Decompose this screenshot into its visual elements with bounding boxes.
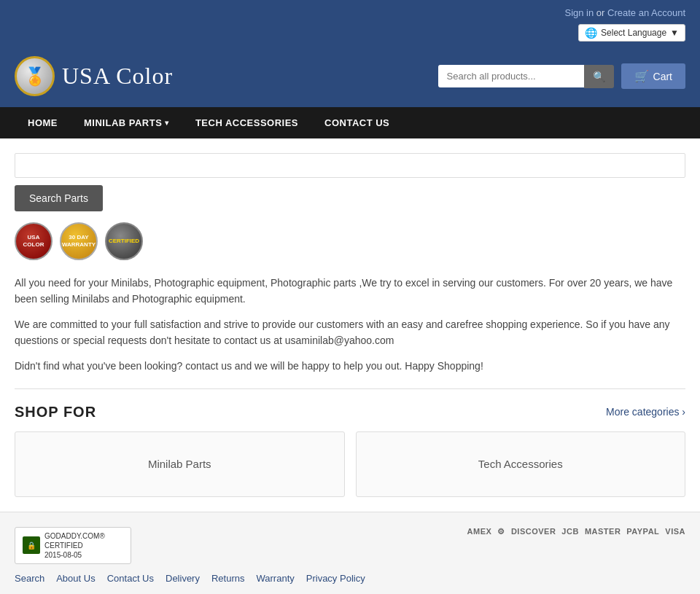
payment-amex: AMEX <box>467 527 492 536</box>
footer-link-search[interactable]: Search <box>15 573 44 584</box>
search-box: 🔍 <box>438 65 614 88</box>
search-input[interactable] <box>438 65 584 87</box>
description-para1: All you need for your Minilabs, Photogra… <box>15 275 685 308</box>
nav-item-minilab-parts[interactable]: MINILAB PARTS ▾ <box>71 107 182 138</box>
logo-symbol: 🏅 <box>24 66 46 87</box>
language-label: Select Language <box>601 28 666 38</box>
footer-links: Search About Us Contact Us Delivery Retu… <box>15 573 365 584</box>
payment-master: MASTER <box>585 527 621 536</box>
top-bar: Sign in or Create an Account 🌐 Select La… <box>0 0 700 49</box>
footer-left: 🔒 GODADDY.COM® CERTIFIED 2015-08-05 Sear… <box>15 527 365 584</box>
footer-link-warranty[interactable]: Warranty <box>257 573 295 584</box>
more-categories-link[interactable]: More categories › <box>606 406 685 418</box>
badge-red: USACOLOR <box>15 222 52 260</box>
payment-discover: DISCOVER <box>511 527 556 536</box>
payment-icons: AMEX ⚙ DISCOVER JCB MASTER PayPal VISA <box>467 527 685 536</box>
or-text: or <box>596 7 605 18</box>
shop-cards: Minilab Parts Tech Accessories <box>15 431 685 497</box>
godaddy-line1: GODADDY.COM® <box>44 532 105 540</box>
cart-label: Cart <box>653 71 672 82</box>
search-parts-button[interactable]: Search Parts <box>15 185 103 211</box>
parts-search-input[interactable] <box>15 153 685 178</box>
godaddy-badge: 🔒 GODADDY.COM® CERTIFIED 2015-08-05 <box>15 527 131 564</box>
godaddy-text: GODADDY.COM® CERTIFIED 2015-08-05 <box>44 531 105 560</box>
godaddy-line2: CERTIFIED <box>44 542 83 550</box>
cart-button[interactable]: 🛒 Cart <box>621 63 685 89</box>
shop-card-minilab-label: Minilab Parts <box>148 458 211 470</box>
badge-gold: 30 DAYWARRANTY <box>60 222 98 260</box>
cart-icon: 🛒 <box>634 69 649 83</box>
payment-visa: VISA <box>665 527 685 536</box>
shop-for-header: SHOP FOR More categories › <box>15 404 685 421</box>
payment-jcb: JCB <box>561 527 579 536</box>
badge-dark: CERTIFIED <box>105 222 143 260</box>
nav-item-tech-accessories[interactable]: TECH ACCESSORIES <box>182 107 311 138</box>
top-auth: Sign in or Create an Account <box>564 7 685 18</box>
footer-link-returns[interactable]: Returns <box>211 573 245 584</box>
footer-top: 🔒 GODADDY.COM® CERTIFIED 2015-08-05 Sear… <box>15 527 685 584</box>
divider <box>15 388 685 389</box>
create-account-link[interactable]: Create an Account <box>607 7 685 18</box>
payment-cb: ⚙ <box>497 527 505 536</box>
main-content: Search Parts USACOLOR 30 DAYWARRANTY CER… <box>0 138 700 512</box>
description-para3: Didn't find what you've been looking? co… <box>15 358 685 374</box>
shop-card-tech-label: Tech Accessories <box>478 458 563 470</box>
nav-item-home[interactable]: HOME <box>15 107 71 138</box>
badge-dark-content: CERTIFIED <box>109 238 139 245</box>
footer-link-contact[interactable]: Contact Us <box>107 573 154 584</box>
logo-area: 🏅 USA Color <box>15 56 173 96</box>
shop-card-minilab-parts[interactable]: Minilab Parts <box>15 431 345 497</box>
footer-link-about[interactable]: About Us <box>56 573 95 584</box>
language-arrow: ▼ <box>670 28 679 38</box>
top-bar-right: Sign in or Create an Account 🌐 Select La… <box>564 7 685 42</box>
header-right: 🔍 🛒 Cart <box>438 63 685 89</box>
logo-icon: 🏅 <box>15 56 55 96</box>
nav-item-contact-us[interactable]: CONTACT US <box>311 107 402 138</box>
nav-bar: HOME MINILAB PARTS ▾ TECH ACCESSORIES CO… <box>0 107 700 138</box>
footer-right: AMEX ⚙ DISCOVER JCB MASTER PayPal VISA <box>467 527 685 536</box>
logo-text: USA Color <box>62 63 173 90</box>
godaddy-icon: 🔒 <box>23 536 40 554</box>
badge-red-content: USACOLOR <box>23 234 44 248</box>
header-main: 🏅 USA Color 🔍 🛒 Cart <box>0 49 700 107</box>
flag-icon: 🌐 <box>585 27 597 39</box>
godaddy-date: 2015-08-05 <box>44 551 82 559</box>
footer-link-privacy[interactable]: Privacy Policy <box>306 573 365 584</box>
shop-for-title: SHOP FOR <box>15 404 96 421</box>
shop-card-tech-accessories[interactable]: Tech Accessories <box>356 431 686 497</box>
badges-row: USACOLOR 30 DAYWARRANTY CERTIFIED <box>15 222 685 260</box>
signin-link[interactable]: Sign in <box>564 7 594 18</box>
dropdown-arrow: ▾ <box>165 119 169 127</box>
language-selector[interactable]: 🌐 Select Language ▼ <box>578 24 685 42</box>
search-button[interactable]: 🔍 <box>584 65 614 88</box>
description-para2: We are committed to your full satisfacti… <box>15 316 685 349</box>
footer-link-delivery[interactable]: Delivery <box>166 573 200 584</box>
footer: 🔒 GODADDY.COM® CERTIFIED 2015-08-05 Sear… <box>0 512 700 594</box>
badge-gold-content: 30 DAYWARRANTY <box>62 234 96 248</box>
search-parts-area: Search Parts <box>15 153 685 211</box>
payment-paypal: PayPal <box>626 527 659 536</box>
